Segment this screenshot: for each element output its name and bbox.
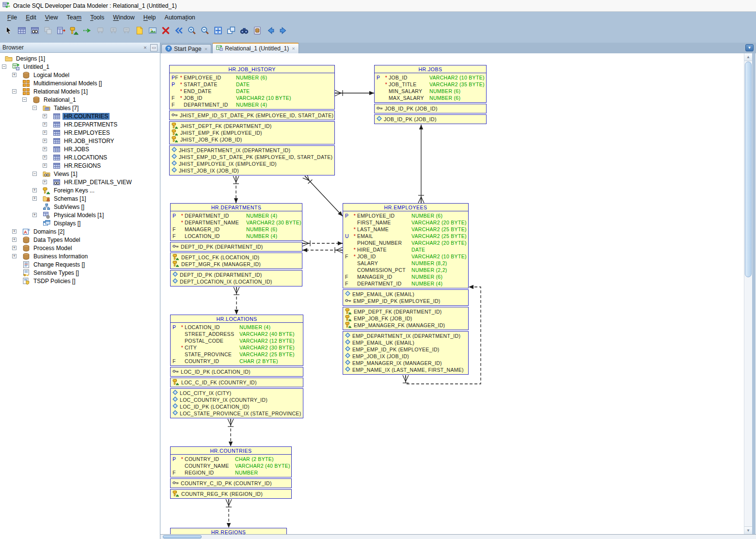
toolbar-flow-arrow-button[interactable] [81, 25, 93, 36]
entity-jobs[interactable]: HR.JOBSP*JOB_IDVARCHAR2 (10 BYTE)*JOB_TI… [374, 65, 487, 124]
tree-expander[interactable]: − [2, 64, 12, 69]
toolbar-new-view-button[interactable] [29, 25, 41, 36]
tree-item-views-1[interactable]: −Views [1] [0, 170, 160, 178]
tree-expander[interactable]: + [32, 196, 43, 201]
vertical-scrollbar[interactable]: ▲ ▼ [744, 53, 752, 534]
toolbar-collapse-all-button[interactable] [173, 25, 185, 36]
relation-loc-countries[interactable] [228, 419, 234, 446]
close-browser-button[interactable]: × [142, 44, 149, 51]
entity-departments[interactable]: HR.DEPARTMENTSP*DEPARTMENT_IDNUMBER (4)*… [170, 203, 302, 286]
entity-regions[interactable]: HR.REGIONS [170, 528, 287, 534]
tree-expander[interactable]: − [32, 172, 43, 176]
tree-item-business-information[interactable]: +Business Information [0, 252, 160, 260]
toolbar-new-table-button[interactable] [16, 25, 28, 36]
dock-browser-button[interactable]: ▭ [150, 44, 158, 51]
tree-expander[interactable]: + [43, 114, 53, 118]
toolbar-fit-screen-button[interactable] [212, 25, 224, 36]
tree-item-sensitive-types[interactable]: Sensitive Types [] [0, 269, 160, 277]
toolbar-dms-browser-button[interactable] [252, 25, 263, 36]
toolbar-image-button[interactable] [147, 25, 158, 36]
tab-list-dropdown-button[interactable]: ▼ [745, 44, 754, 51]
tree-item-hr-employees[interactable]: +HR.EMPLOYEES [0, 128, 160, 137]
toolbar-forward-button[interactable] [278, 25, 289, 36]
toolbar-split-table-button[interactable] [55, 25, 67, 36]
menu-item-window[interactable]: Window [109, 13, 139, 22]
close-tab-icon[interactable]: × [205, 46, 207, 52]
relation-jhist-employees[interactable] [303, 174, 343, 216]
relation-dept-manager[interactable] [302, 247, 343, 253]
toolbar-select-pointer-button[interactable] [3, 25, 15, 36]
tree-item-logical-model[interactable]: +Logical Model [0, 71, 160, 79]
relation-countries-regions[interactable] [226, 499, 232, 528]
tree-expander[interactable]: + [12, 238, 22, 242]
tree-item-foreign-keys[interactable]: +Foreign Keys ... [0, 186, 160, 194]
horizontal-scrollbar[interactable] [160, 534, 756, 539]
tree-item-hr-departments[interactable]: +HR.DEPARTMENTS [0, 120, 160, 128]
scroll-up-arrow[interactable]: ▲ [744, 53, 752, 61]
tree-expander[interactable]: − [22, 97, 32, 102]
tree-item-hr-locations[interactable]: +HR.LOCATIONS [0, 153, 160, 161]
relation-jhist-departments[interactable] [233, 176, 239, 203]
tree-expander[interactable]: + [32, 188, 43, 192]
tree-expander[interactable]: + [43, 122, 53, 127]
toolbar-new-note-button[interactable] [134, 25, 145, 36]
tree-item-schemas-1[interactable]: +Schemas [1] [0, 194, 160, 203]
tree-expander[interactable]: + [43, 147, 53, 151]
toolbar-delete-button[interactable] [160, 25, 172, 36]
tree-expander[interactable]: + [12, 73, 22, 77]
entity-job_history[interactable]: HR.JOB_HISTORYPF*EMPLOYEE_IDNUMBER (6)P*… [169, 65, 335, 175]
tree-item-tables-7[interactable]: −Tables [7] [0, 104, 160, 112]
tree-expander[interactable]: − [12, 89, 22, 94]
menu-item-edit[interactable]: Edit [21, 13, 41, 22]
menu-item-help[interactable]: Help [139, 13, 160, 22]
tree-item-hr-jobs[interactable]: +HR.JOBS [0, 145, 160, 153]
tree-expander[interactable]: + [43, 130, 53, 135]
relation-jhist-jobs[interactable] [335, 90, 374, 96]
tree-item-process-model[interactable]: +Process Model [0, 244, 160, 252]
diagram-canvas[interactable]: HR.JOB_HISTORYPF*EMPLOYEE_IDNUMBER (6)P*… [160, 53, 744, 534]
toolbar-zoom-in-button[interactable] [186, 25, 198, 36]
tree-expander[interactable]: + [12, 246, 22, 250]
tree-item-domains-2[interactable]: +A19Domains [2] [0, 227, 160, 236]
tree-item-data-types-model[interactable]: +Data Types Model [0, 236, 160, 244]
menu-item-file[interactable]: File [3, 13, 21, 22]
tree-item-subviews[interactable]: SubViews [] [0, 203, 160, 211]
close-tab-icon[interactable]: × [292, 46, 295, 51]
tree-item-multidimensional-models[interactable]: Multidimensional Models [] [0, 79, 160, 87]
relation-dept-locations[interactable] [234, 287, 239, 315]
menu-item-team[interactable]: Team [63, 13, 86, 22]
relation-emp-jobs[interactable] [418, 125, 424, 203]
toolbar-back-button[interactable] [265, 25, 276, 36]
tree-item-hr-regions[interactable]: +HR.REGIONS [0, 161, 160, 170]
horizontal-scroll-thumb[interactable] [163, 535, 202, 539]
tree-expander[interactable]: + [12, 229, 22, 234]
tree-expander[interactable]: + [43, 180, 53, 184]
tree-expander[interactable]: + [43, 139, 53, 143]
tree-expander[interactable]: + [43, 155, 53, 159]
tree-item-hr-emp-details-view[interactable]: +HR.EMP_DETAILS_VIEW [0, 178, 160, 186]
entity-employees[interactable]: HR.EMPLOYEESP*EMPLOYEE_IDNUMBER (6)FIRST… [343, 203, 469, 375]
entity-locations[interactable]: HR.LOCATIONSP*LOCATION_IDNUMBER (4)STREE… [170, 315, 303, 418]
tree-expander[interactable]: + [12, 254, 22, 258]
menu-item-automation[interactable]: Automation [160, 13, 200, 22]
toolbar-new-foreign-key-button[interactable] [68, 25, 80, 36]
tree-item-relational-1[interactable]: −Relational_1 [0, 95, 160, 104]
tree-item-relational-models-1[interactable]: −Relational Models [1] [0, 87, 160, 95]
toolbar-resize-windows-button[interactable] [225, 25, 237, 36]
tree-item-designs-1[interactable]: Designs [1] [0, 54, 160, 63]
toolbar-zoom-out-button[interactable] [199, 25, 211, 36]
menu-item-view[interactable]: View [41, 13, 63, 22]
tree-expander[interactable]: + [43, 163, 53, 168]
vertical-scroll-thumb[interactable] [745, 62, 752, 277]
tree-item-hr-countries[interactable]: +HR.COUNTRIES [0, 112, 160, 120]
tree-item-displays[interactable]: Displays [] [0, 219, 160, 227]
toolbar-search-button[interactable] [238, 25, 250, 36]
entity-countries[interactable]: HR.COUNTRIESP*COUNTRY_IDCHAR (2 BYTE)COU… [170, 446, 292, 499]
scroll-down-arrow[interactable]: ▼ [744, 526, 752, 534]
tree-expander[interactable]: − [32, 106, 43, 110]
menu-item-tools[interactable]: Tools [86, 13, 109, 22]
relation-emp-departments[interactable] [302, 240, 343, 246]
tree-item-tsdp-policies[interactable]: TSDP Policies [] [0, 277, 160, 285]
tab-relational-1[interactable]: Relational_1 (Untitled_1) × [212, 43, 299, 53]
tree-item-change-requests[interactable]: Change Requests [] [0, 260, 160, 269]
